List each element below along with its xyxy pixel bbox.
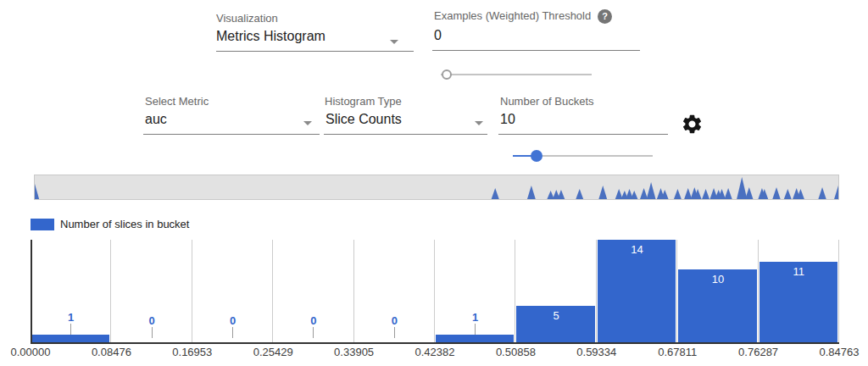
- gridline: [758, 240, 759, 342]
- gridline: [596, 240, 597, 342]
- num-buckets-underline: [498, 134, 668, 135]
- num-buckets-slider[interactable]: [513, 150, 653, 162]
- help-icon[interactable]: ?: [598, 9, 612, 24]
- slice-spike: [684, 188, 692, 199]
- histogram-type-value: Slice Counts: [324, 112, 487, 127]
- x-tick-label: 0.08476: [75, 346, 147, 358]
- threshold-underline: [432, 50, 640, 51]
- threshold-value: 0: [432, 28, 640, 43]
- threshold-input[interactable]: 0: [432, 28, 640, 51]
- threshold-label: Examples (Weighted) Threshold?: [434, 9, 612, 24]
- x-tick-label: 0.16953: [157, 346, 228, 358]
- x-tick-label: 0.33905: [319, 346, 390, 358]
- gridline: [272, 240, 273, 342]
- legend-label: Number of slices in bucket: [60, 218, 189, 230]
- slice-spike: [725, 188, 732, 199]
- annotation-stem: [152, 327, 153, 338]
- bar-value-label: 0: [135, 314, 169, 327]
- y-axis-line: [31, 240, 32, 342]
- histogram-type-label: Histogram Type: [325, 95, 402, 108]
- threshold-slider[interactable]: [441, 69, 592, 80]
- x-tick-label: 0.42382: [399, 346, 470, 358]
- bar-annotation: 1: [459, 311, 492, 335]
- gridline: [434, 240, 435, 342]
- x-tick-label: 0.50858: [480, 346, 551, 358]
- slice-spike: [492, 188, 499, 199]
- gridline: [676, 240, 677, 342]
- chevron-down-icon: [475, 121, 483, 125]
- slice-spike: [702, 189, 709, 199]
- bar-value-label: 0: [216, 314, 250, 327]
- threshold-slider-handle[interactable]: [442, 69, 452, 80]
- bar-value-label: 11: [782, 265, 815, 278]
- annotation-stem: [70, 324, 71, 335]
- select-metric-label: Select Metric: [145, 95, 209, 108]
- x-tick-label: 0.84763: [804, 346, 868, 358]
- settings-button[interactable]: [681, 113, 704, 136]
- num-buckets-value: 10: [498, 112, 668, 127]
- bar-value-label: 1: [54, 311, 88, 324]
- slice-spike: [558, 190, 565, 199]
- bar-value-label: 10: [701, 273, 735, 286]
- annotation-stem: [475, 324, 476, 335]
- annotation-stem: [232, 327, 233, 338]
- num-buckets-label: Number of Buckets: [500, 95, 594, 108]
- slice-spike: [35, 184, 39, 199]
- visualization-dropdown[interactable]: Metrics Histogram: [216, 29, 415, 53]
- threshold-slider-track[interactable]: [441, 74, 592, 75]
- chevron-down-icon: [390, 40, 398, 44]
- bar-annotation: 0: [297, 314, 331, 338]
- histogram-type-underline: [324, 134, 487, 135]
- bar-value-label: 0: [297, 314, 331, 327]
- bar-value-label: 0: [377, 314, 411, 327]
- slice-spike: [784, 189, 792, 199]
- num-buckets-input[interactable]: 10: [498, 112, 668, 135]
- visualization-underline: [216, 51, 414, 52]
- slice-overview-strip[interactable]: [34, 175, 839, 200]
- histogram-bar[interactable]: [31, 335, 109, 342]
- slice-spike: [576, 189, 583, 199]
- select-metric-dropdown[interactable]: auc: [143, 112, 320, 135]
- gridline: [192, 240, 192, 342]
- metrics-histogram-panel: Visualization Metrics Histogram Examples…: [0, 0, 868, 366]
- slice-spike: [772, 187, 780, 199]
- slice-spike: [615, 189, 623, 199]
- bar-annotation: 1: [54, 311, 88, 335]
- x-tick-label: 0.59334: [561, 346, 632, 358]
- annotation-stem: [394, 327, 395, 338]
- slice-spike: [631, 191, 637, 199]
- slice-spike: [834, 186, 838, 199]
- histogram-plot-area: 1000015141011: [31, 240, 839, 342]
- bar-annotation: 0: [135, 314, 169, 338]
- gear-icon: [681, 113, 704, 136]
- x-tick-label: 0.00000: [0, 346, 66, 358]
- x-axis-line: [31, 342, 839, 344]
- x-tick-label: 0.67811: [642, 346, 713, 358]
- visualization-value: Metrics Histogram: [216, 29, 415, 44]
- histogram-type-dropdown[interactable]: Slice Counts: [324, 112, 487, 135]
- slice-spike: [737, 177, 747, 199]
- histogram-bar[interactable]: [436, 335, 514, 342]
- gridline: [515, 240, 515, 342]
- bar-annotation: 0: [216, 314, 250, 338]
- chevron-down-icon: [303, 121, 312, 125]
- bar-annotation: 0: [377, 314, 411, 338]
- x-tick-label: 0.76287: [723, 346, 794, 358]
- legend-swatch: [31, 219, 54, 230]
- gridline: [353, 240, 354, 342]
- slice-spike: [674, 189, 682, 199]
- slice-spike: [745, 187, 753, 199]
- num-buckets-slider-handle[interactable]: [531, 150, 542, 162]
- x-tick-label: 0.25429: [237, 346, 309, 358]
- bar-value-label: 14: [620, 243, 654, 256]
- annotation-stem: [313, 327, 314, 338]
- gridline: [838, 240, 839, 342]
- slice-spike: [527, 186, 536, 199]
- bar-value-label: 1: [459, 311, 492, 324]
- slice-spike: [818, 187, 826, 199]
- select-metric-underline: [143, 134, 320, 135]
- bar-value-label: 5: [539, 309, 573, 322]
- select-metric-value: auc: [143, 112, 320, 127]
- slice-spike: [647, 182, 656, 199]
- gridline: [110, 240, 111, 342]
